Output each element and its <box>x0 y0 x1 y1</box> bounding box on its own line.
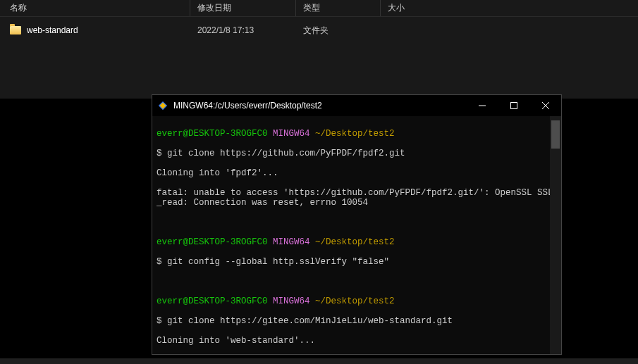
output-line: Cloning into 'web-standard'... <box>157 336 557 346</box>
window-title: MINGW64:/c/Users/everr/Desktop/test2 <box>173 101 322 111</box>
close-button[interactable] <box>529 95 561 116</box>
col-header-type[interactable]: 类型 <box>296 0 381 16</box>
col-header-date[interactable]: 修改日期 <box>190 0 296 16</box>
blank-line <box>157 218 557 227</box>
row-name: web-standard <box>0 25 190 35</box>
folder-name: web-standard <box>27 25 78 35</box>
cmd-line: $ git clone https://github.com/PyFPDF/fp… <box>157 149 557 158</box>
file-explorer: 名称 修改日期 类型 大小 web-standard 2022/1/8 17:1… <box>0 0 638 99</box>
row-type: 文件夹 <box>296 25 381 37</box>
terminal-body[interactable]: everr@DESKTOP-3ROGFC0 MINGW64 ~/Desktop/… <box>152 116 561 354</box>
mingw-icon <box>158 101 168 111</box>
explorer-columns: 名称 修改日期 类型 大小 <box>0 0 638 17</box>
table-row[interactable]: web-standard 2022/1/8 17:13 文件夹 <box>0 21 638 39</box>
maximize-button[interactable] <box>498 95 529 116</box>
scrollbar[interactable] <box>550 116 561 354</box>
minimize-button[interactable] <box>466 95 498 116</box>
cmd-line: $ git config --global http.sslVerify "fa… <box>157 257 557 267</box>
prompt-user: everr@DESKTOP-3ROGFC0 <box>157 237 268 247</box>
prompt-path: ~/Desktop/test2 <box>315 296 395 306</box>
cmd-line: $ git clone https://gitee.com/MinJieLiu/… <box>157 316 557 326</box>
folder-icon <box>10 26 21 34</box>
prompt-env: MINGW64 <box>273 129 310 139</box>
titlebar[interactable]: MINGW64:/c/Users/everr/Desktop/test2 <box>152 95 561 116</box>
row-date: 2022/1/8 17:13 <box>190 25 296 35</box>
svg-rect-3 <box>510 103 517 109</box>
terminal-window: MINGW64:/c/Users/everr/Desktop/test2 eve… <box>152 94 562 355</box>
col-header-size[interactable]: 大小 <box>381 0 451 16</box>
prompt-path: ~/Desktop/test2 <box>315 129 395 139</box>
prompt-user: everr@DESKTOP-3ROGFC0 <box>157 296 268 306</box>
prompt-env: MINGW64 <box>273 237 310 247</box>
prompt-user: everr@DESKTOP-3ROGFC0 <box>157 129 268 139</box>
taskbar <box>0 358 638 364</box>
output-line: Cloning into 'fpdf2'... <box>157 168 557 178</box>
col-header-name[interactable]: 名称 <box>0 0 190 16</box>
blank-line <box>157 277 557 287</box>
prompt-path: ~/Desktop/test2 <box>315 237 395 247</box>
prompt-env: MINGW64 <box>273 296 310 306</box>
scrollbar-thumb[interactable] <box>551 120 560 149</box>
output-line: fatal: unable to access 'https://github.… <box>157 188 557 208</box>
